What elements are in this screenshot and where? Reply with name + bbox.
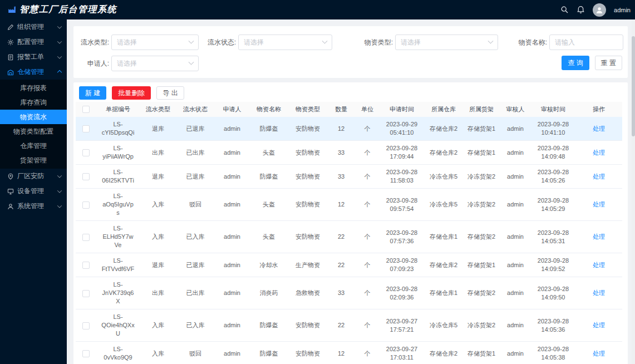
row-checkbox[interactable] (82, 234, 90, 241)
cell-apply-time: 2023-09-28 11:58:03 (380, 165, 424, 189)
chevron-down-icon (57, 203, 62, 208)
cell-applicant: admin (215, 342, 249, 364)
cell-quantity: 33 (327, 165, 355, 189)
handle-link[interactable]: 处理 (593, 322, 605, 328)
submenu-item[interactable]: 物资流水 (0, 110, 67, 124)
cell-material-type: 安防物资 (288, 141, 327, 165)
user-avatar[interactable] (593, 3, 606, 17)
cell-flow-status: 已出库 (176, 141, 215, 165)
column-header: 所属货架 (463, 102, 500, 117)
new-button[interactable]: 新 建 (79, 86, 106, 100)
cell-warehouse: 存储仓库1 (424, 221, 463, 253)
submenu-item[interactable]: 货架管理 (0, 153, 67, 168)
cell-warehouse: 存储仓库2 (424, 141, 463, 165)
filter-select[interactable]: 请选择 (395, 35, 498, 50)
cell-audit-time: 2023-09-28 14:09:52 (531, 253, 575, 277)
row-checkbox[interactable] (82, 262, 90, 269)
select-all-checkbox[interactable] (82, 106, 90, 113)
batch-delete-button[interactable]: 批量删除 (112, 86, 151, 100)
table-header-row: 单据编号流水类型流水状态申请人物资名称物资类型数量单位申请时间所属仓库所属货架审… (76, 102, 622, 117)
handle-link[interactable]: 处理 (593, 350, 605, 357)
row-checkbox[interactable] (82, 149, 90, 156)
handle-link[interactable]: 处理 (593, 125, 605, 132)
cell-audit-time: 2023-09-28 14:05:38 (531, 342, 575, 364)
sidebar-item-4[interactable]: 厂区安防 (0, 169, 67, 184)
cell-quantity: 33 (327, 141, 355, 165)
vertical-scrollbar[interactable] (632, 19, 635, 364)
cell-material-type: 安防物资 (288, 165, 327, 189)
row-checkbox[interactable] (82, 173, 90, 180)
column-header: 操作 (575, 102, 622, 117)
row-checkbox[interactable] (82, 201, 90, 209)
search-icon[interactable] (560, 6, 569, 14)
username-label[interactable]: admin (614, 7, 631, 13)
cell-material-name: 冷却水 (249, 253, 288, 277)
handle-link[interactable]: 处理 (593, 173, 605, 180)
handle-link[interactable]: 处理 (593, 149, 605, 156)
search-button[interactable]: 查 询 (562, 56, 589, 70)
handle-link[interactable]: 处理 (593, 201, 605, 208)
cell-shelf: 冷冻货架2 (463, 165, 500, 189)
row-checkbox[interactable] (82, 322, 90, 329)
cell-shelf: 存储货架1 (463, 253, 500, 277)
cell-auditor: admin (500, 165, 531, 189)
column-header: 单据编号 (96, 102, 140, 117)
bell-icon[interactable] (577, 6, 585, 14)
sidebar-item-0[interactable]: 组织管理 (0, 19, 67, 35)
cell-flow-status: 已入库 (176, 309, 215, 342)
scrollbar-thumb[interactable] (632, 36, 635, 136)
handle-link[interactable]: 处理 (593, 233, 605, 240)
sidebar-item-label: 系统管理 (17, 201, 58, 211)
cell-apply-time: 2023-09-29 05:41:10 (380, 117, 424, 141)
cell-unit: 个 (355, 309, 380, 342)
cell-warehouse: 冷冻仓库5 (424, 309, 463, 342)
sidebar-item-2[interactable]: 报警工单 (0, 50, 67, 65)
handle-link[interactable]: 处理 (593, 289, 605, 296)
cell-apply-time: 2023-09-28 17:09:44 (380, 141, 424, 165)
cell-warehouse: 冷冻仓库5 (424, 165, 463, 189)
cell-auditor: admin (500, 253, 531, 277)
filter-label: 申请人: (78, 59, 109, 68)
cell-material-name: 防爆盔 (249, 342, 288, 364)
cell-material-type: 急救物资 (288, 277, 327, 309)
filter-panel: 查 询 重 置 流水类型:请选择流水状态:请选择物资类型:请选择物资名称:请输入… (73, 26, 628, 78)
filter-select[interactable]: 请选择 (111, 35, 199, 50)
reset-button[interactable]: 重 置 (595, 56, 622, 70)
submenu-item[interactable]: 库存查询 (0, 95, 67, 110)
chevron-up-icon (57, 70, 62, 74)
filter-select[interactable]: 请选择 (238, 35, 332, 50)
sidebar-item-1[interactable]: 配置管理 (0, 35, 67, 50)
cell-record-id: LS- yiPiiAWrQp (96, 141, 140, 165)
cell-material-name: 防爆盔 (249, 165, 288, 189)
cell-material-name: 防爆盔 (249, 309, 288, 342)
cell-record-id: LS- 06I25KTVTi (96, 165, 140, 189)
column-header: 所属仓库 (424, 102, 463, 117)
sidebar-item-5[interactable]: 设备管理 (0, 184, 67, 199)
submenu-item[interactable]: 仓库管理 (0, 139, 67, 153)
cell-material-name: 头盔 (249, 189, 288, 221)
pin-icon (7, 173, 14, 180)
document-icon (7, 54, 14, 61)
row-checkbox[interactable] (82, 125, 90, 132)
sidebar-item-6[interactable]: 系统管理 (0, 199, 67, 214)
app-brand: 智慧工厂后台管理系统 (0, 4, 117, 16)
submenu-item[interactable]: 物资类型配置 (0, 124, 67, 139)
row-checkbox[interactable] (82, 350, 90, 357)
filter-input[interactable]: 请输入 (549, 35, 623, 50)
filter-select[interactable]: 请选择 (111, 56, 199, 71)
cell-unit: 个 (355, 342, 380, 364)
cell-apply-time: 2023-09-28 09:57:54 (380, 189, 424, 221)
cell-record-id: LS- cYI5DpsqQi (96, 117, 140, 141)
filter-label: 流水类型: (78, 38, 109, 47)
cell-audit-time: 2023-09-28 14:05:26 (531, 165, 575, 189)
export-button[interactable]: 导 出 (156, 86, 184, 100)
handle-link[interactable]: 处理 (593, 262, 605, 268)
cell-flow-type: 出库 (140, 141, 176, 165)
cell-applicant: admin (215, 141, 249, 165)
sidebar-item-3[interactable]: 仓储管理 (0, 65, 67, 80)
cell-record-id: LS- JnVK739q6 X (96, 277, 140, 309)
row-checkbox[interactable] (82, 290, 90, 297)
sidebar-item-label: 配置管理 (17, 37, 58, 47)
chevron-down-icon (57, 54, 62, 58)
submenu-item[interactable]: 库存报表 (0, 81, 67, 95)
